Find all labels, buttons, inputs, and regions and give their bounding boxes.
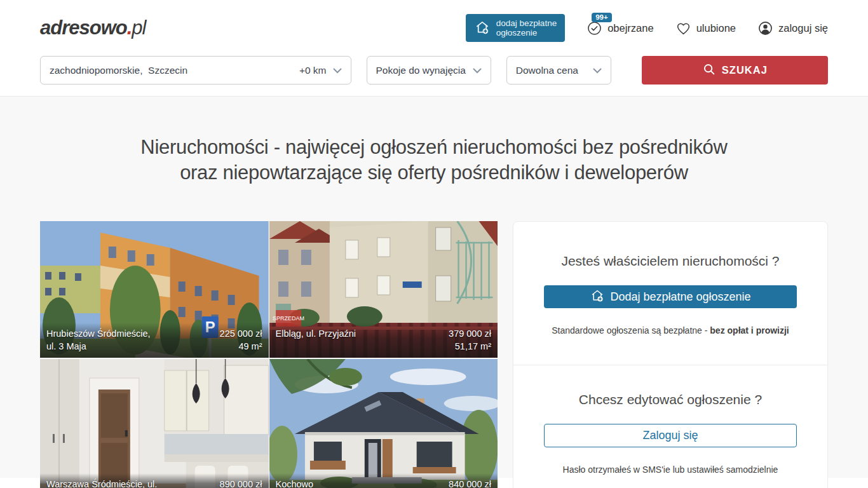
price-value: Dowolna cena [516, 65, 578, 76]
listing-price-area: 225 000 zł 49 m² [220, 327, 262, 353]
listing-location-line1: Hrubieszów Śródmieście, [46, 327, 151, 340]
free-listing-note-bold: bez opłat i prowizji [710, 325, 789, 336]
nav-favorites[interactable]: ulubione [675, 20, 736, 36]
header: adresowo.pl dodaj bezpłatne ogłoszenie [0, 0, 868, 97]
page-title-line2: oraz niepowtarzające się oferty pośredni… [180, 161, 688, 184]
viewed-count-badge: 99+ [592, 13, 612, 22]
nav-login[interactable]: zaloguj się [757, 20, 828, 36]
listing-price: 379 000 zł [449, 327, 491, 340]
chevron-down-icon [473, 65, 482, 76]
page-title-line1: Nieruchomości - najwięcej ogłoszeń nieru… [140, 136, 727, 158]
listing-location: Kochowo [276, 478, 314, 488]
listing-price-area: 890 000 zł [220, 478, 262, 488]
listing-card[interactable]: Kochowo 840 000 zł [269, 359, 498, 488]
free-listing-note-normal: Standardowe ogłoszenia są bezpłatne - [552, 325, 710, 336]
listing-area: 51,17 m² [449, 340, 491, 353]
logo-name: adresowo [40, 17, 127, 39]
free-listing-note: Standardowe ogłoszenia są bezpłatne - be… [544, 325, 797, 336]
sidebar-add-listing-label: Dodaj bezpłatne ogłoszenie [610, 290, 750, 304]
listing-grid: P Hrubieszów Śródmieście, ul. 3 Maja 225… [40, 221, 498, 488]
listing-price-area: 840 000 zł [449, 478, 491, 488]
search-bar: +0 km Pokoje do wynajęcia Dowolna cena [40, 56, 828, 85]
main-content: Nieruchomości - najwięcej ogłoszeń nieru… [0, 97, 868, 478]
top-bar: adresowo.pl dodaj bezpłatne ogłoszenie [40, 0, 828, 56]
house-add-icon [590, 288, 605, 306]
listing-location-line1: Elbląg, ul. Przyjaźni [276, 327, 356, 340]
check-circle-icon [587, 20, 602, 36]
nav-login-label: zaloguj się [778, 22, 828, 34]
nav-viewed-label: obejrzane [607, 22, 653, 34]
owner-section: Jesteś właścicielem nieruchomości ? Doda… [513, 222, 827, 365]
svg-text:SPRZEDAM: SPRZEDAM [273, 315, 304, 322]
listing-price-area: 379 000 zł 51,17 m² [449, 327, 491, 353]
listing-location: Elbląg, ul. Przyjaźni [276, 327, 356, 340]
listing-card[interactable]: P Hrubieszów Śródmieście, ul. 3 Maja 225… [40, 221, 269, 358]
password-hint: Hasło otrzymałeś w SMS'ie lub ustawiłeś … [544, 464, 797, 475]
listing-caption: Elbląg, ul. Przyjaźni 379 000 zł 51,17 m… [269, 323, 498, 358]
sidebar-login-button[interactable]: Zaloguj się [544, 424, 797, 447]
search-button-label: SZUKAJ [722, 64, 768, 76]
property-type-value: Pokoje do wynajęcia [376, 65, 466, 76]
listing-photo [40, 359, 269, 488]
listing-photo [269, 359, 498, 488]
edit-heading: Chcesz edytować ogłoszenie ? [544, 392, 797, 407]
radius-dropdown[interactable]: +0 km [299, 65, 342, 76]
listing-card[interactable]: Warszawa Śródmieście, ul. 890 000 zł [40, 359, 269, 488]
magnifier-icon [702, 62, 716, 79]
chevron-down-icon [593, 65, 602, 76]
location-input[interactable] [50, 65, 299, 76]
listing-price: 840 000 zł [449, 478, 491, 488]
property-type-dropdown[interactable]: Pokoje do wynajęcia [367, 56, 491, 85]
radius-value: +0 km [299, 65, 327, 76]
nav-viewed[interactable]: 99+ obejrzane [587, 20, 653, 36]
chevron-down-icon [333, 65, 342, 76]
content-grid: P Hrubieszów Śródmieście, ul. 3 Maja 225… [40, 221, 828, 488]
add-listing-button[interactable]: dodaj bezpłatne ogłoszenie [466, 14, 565, 42]
add-listing-label: dodaj bezpłatne ogłoszenie [496, 18, 557, 37]
listing-location: Hrubieszów Śródmieście, ul. 3 Maja [46, 327, 151, 353]
edit-section: Chcesz edytować ogłoszenie ? Zaloguj się… [513, 365, 827, 488]
listing-caption: Kochowo 840 000 zł [269, 473, 498, 488]
listing-price: 890 000 zł [220, 478, 262, 488]
listing-price: 225 000 zł [220, 327, 262, 340]
add-listing-label-line1: dodaj bezpłatne [496, 18, 557, 28]
top-actions: dodaj bezpłatne ogłoszenie 99+ obejrzane [466, 14, 828, 42]
search-button[interactable]: SZUKAJ [642, 56, 828, 85]
listing-location: Warszawa Śródmieście, ul. [46, 478, 157, 488]
nav-favorites-label: ulubione [696, 22, 736, 34]
listing-location-line2: ul. 3 Maja [46, 340, 151, 353]
listing-area: 49 m² [220, 340, 262, 353]
add-listing-label-line2: ogłoszenie [496, 28, 538, 37]
page-title: Nieruchomości - najwięcej ogłoszeń nieru… [0, 97, 868, 186]
listing-caption: Hrubieszów Śródmieście, ul. 3 Maja 225 0… [40, 323, 269, 358]
owner-heading: Jesteś właścicielem nieruchomości ? [544, 254, 797, 269]
site-logo[interactable]: adresowo.pl [40, 17, 146, 39]
listing-card[interactable]: SPRZEDAM Elbląg, ul. Przyjaźni 379 000 z… [269, 221, 498, 358]
location-field: +0 km [40, 56, 351, 85]
listing-location-line1: Kochowo [276, 478, 314, 488]
user-circle-icon [757, 20, 773, 36]
listing-caption: Warszawa Śródmieście, ul. 890 000 zł [40, 473, 269, 488]
logo-tld: pl [132, 17, 146, 39]
listing-location-line1: Warszawa Śródmieście, ul. [46, 478, 157, 488]
price-dropdown[interactable]: Dowolna cena [506, 56, 611, 85]
sidebar-add-listing-button[interactable]: Dodaj bezpłatne ogłoszenie [544, 285, 797, 308]
house-add-icon [474, 19, 491, 37]
heart-icon [675, 20, 691, 36]
owner-panel: Jesteś właścicielem nieruchomości ? Doda… [513, 221, 828, 488]
